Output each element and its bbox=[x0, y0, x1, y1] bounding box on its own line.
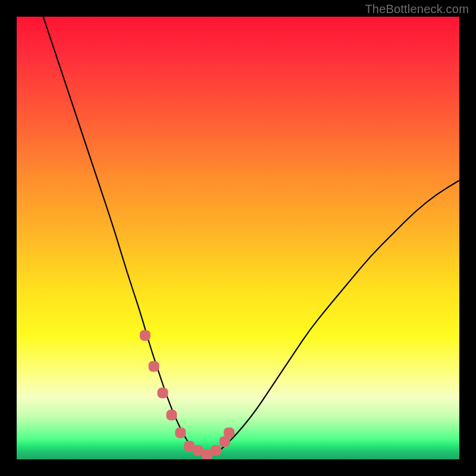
curve-marker bbox=[140, 330, 151, 341]
curve-marker bbox=[158, 387, 168, 398]
bottleneck-curve-path bbox=[43, 17, 459, 455]
watermark-text: TheBottleneck.com bbox=[365, 2, 469, 16]
curve-marker bbox=[149, 361, 159, 372]
curve-marker bbox=[211, 445, 221, 456]
bottleneck-curve-svg bbox=[17, 17, 459, 459]
chart-frame: TheBottleneck.com bbox=[0, 0, 476, 476]
curve-marker bbox=[175, 427, 186, 438]
curve-marker bbox=[166, 410, 177, 421]
curve-marker bbox=[224, 427, 234, 438]
plot-area bbox=[17, 17, 459, 459]
